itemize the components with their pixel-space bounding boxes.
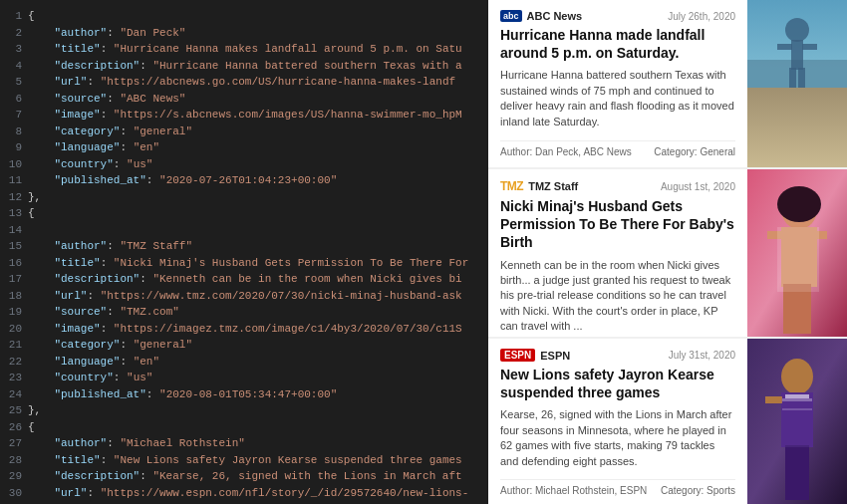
code-line: "country": "us" <box>28 156 488 173</box>
card-content: ESPNESPNJuly 31st, 2020New Lions safety … <box>488 339 747 504</box>
source-logo: abcABC News <box>500 10 582 22</box>
card-description: Kenneth can be in the room when Nicki gi… <box>500 258 735 335</box>
card-image <box>747 169 847 337</box>
source-name: ESPN <box>540 350 570 362</box>
source-logo: TMZTMZ Staff <box>500 179 578 193</box>
code-panel: 1234567891011121314151617181920212223242… <box>0 0 488 504</box>
card-title: Nicki Minaj's Husband Gets Permission To… <box>500 197 735 252</box>
line-number: 22 <box>0 354 22 371</box>
card-image-placeholder <box>747 339 847 504</box>
code-line <box>28 222 488 239</box>
card-content: TMZTMZ StaffAugust 1st, 2020Nicki Minaj'… <box>488 169 747 337</box>
svg-point-3 <box>785 18 809 42</box>
line-number: 20 <box>0 321 22 338</box>
line-number: 14 <box>0 222 22 239</box>
line-number: 30 <box>0 485 22 502</box>
line-number: 15 <box>0 238 22 255</box>
code-line: }, <box>28 189 488 206</box>
code-line: "url": "https://www.tmz.com/2020/07/30/n… <box>28 288 488 305</box>
line-number: 29 <box>0 468 22 485</box>
line-number: 3 <box>0 41 22 58</box>
card-category: Category: General <box>654 146 735 157</box>
line-number: 24 <box>0 386 22 403</box>
source-logo: ESPNESPN <box>500 349 570 362</box>
svg-rect-2 <box>747 88 847 167</box>
code-line: "source": "ABC News" <box>28 91 488 108</box>
svg-rect-30 <box>782 408 812 410</box>
line-number: 2 <box>0 25 22 42</box>
line-number: 21 <box>0 337 22 354</box>
svg-rect-24 <box>765 396 782 403</box>
line-number: 26 <box>0 419 22 436</box>
code-line: "language": "en" <box>28 354 488 371</box>
card-category: Category: Sports <box>661 485 735 496</box>
line-number: 12 <box>0 189 22 206</box>
svg-rect-6 <box>802 44 817 50</box>
line-number: 23 <box>0 370 22 386</box>
code-line: "description": "Hurricane Hanna battered… <box>28 58 488 75</box>
news-card: abcABC NewsJuly 26th, 2020Hurricane Hann… <box>488 0 847 167</box>
code-content: { "author": "Dan Peck" "title": "Hurrica… <box>28 0 488 504</box>
code-line: "source": "TMZ.com" <box>28 304 488 321</box>
svg-point-12 <box>777 186 821 222</box>
code-line: "description": "Kenneth can be in the ro… <box>28 271 488 288</box>
code-line: "url": "https://www.espn.com/nfl/story/_… <box>28 485 488 502</box>
card-image <box>747 339 847 504</box>
code-line: "url": "https://abcnews.go.com/US/hurric… <box>28 74 488 91</box>
code-line: "title": "New Lions safety Jayron Kearse… <box>28 452 488 469</box>
card-header: TMZTMZ StaffAugust 1st, 2020 <box>500 179 735 193</box>
line-number: 18 <box>0 288 22 305</box>
code-line: "description": "Kearse, 26, signed with … <box>28 468 488 485</box>
code-line: "title": "Nicki Minaj's Husband Gets Per… <box>28 255 488 272</box>
card-image-placeholder <box>747 0 847 167</box>
code-line: "published_at": "2020-07-26T01:04:23+00:… <box>28 172 488 189</box>
code-line: "author": "Dan Peck" <box>28 25 488 42</box>
source-logo-badge: TMZ <box>500 179 523 193</box>
source-logo-badge: abc <box>500 10 522 22</box>
line-number: 6 <box>0 91 22 108</box>
card-title: New Lions safety Jayron Kearse suspended… <box>500 366 735 401</box>
code-line: { <box>28 205 488 222</box>
code-line: "image": "https://s.abcnews.com/images/U… <box>28 107 488 124</box>
code-line: "image": "https://imagez.tmz.com/image/c… <box>28 321 488 338</box>
card-author: Author: Michael Rothstein, ESPN <box>500 485 647 496</box>
svg-rect-8 <box>798 68 805 88</box>
code-line: { <box>28 8 488 25</box>
line-number: 8 <box>0 124 22 140</box>
code-line: }, <box>28 402 488 419</box>
line-number: 10 <box>0 156 22 173</box>
card-header: ESPNESPNJuly 31st, 2020 <box>500 349 735 362</box>
code-line: "country": "us" <box>28 370 488 386</box>
line-number: 11 <box>0 172 22 189</box>
line-number: 5 <box>0 74 22 91</box>
line-number: 4 <box>0 58 22 75</box>
card-description: Kearse, 26, signed with the Lions in Mar… <box>500 407 735 473</box>
code-line: "published_at": "2020-08-01T05:34:47+00:… <box>28 386 488 403</box>
card-footer: Author: Michael Rothstein, ESPNCategory:… <box>500 479 735 496</box>
code-line: "category": "general" <box>28 337 488 354</box>
card-image <box>747 0 847 167</box>
code-line: "language": "en" <box>28 139 488 156</box>
line-number: 7 <box>0 107 22 124</box>
line-number: 27 <box>0 435 22 452</box>
line-number: 28 <box>0 452 22 469</box>
svg-point-21 <box>781 359 813 394</box>
code-line: "author": "Michael Rothstein" <box>28 435 488 452</box>
card-title: Hurricane Hanna made landfall around 5 p… <box>500 26 735 62</box>
code-line: { <box>28 419 488 436</box>
line-numbers: 1234567891011121314151617181920212223242… <box>0 0 28 504</box>
line-number: 17 <box>0 271 22 288</box>
svg-rect-18 <box>777 227 819 292</box>
card-date: July 26th, 2020 <box>668 11 735 22</box>
svg-rect-26 <box>785 445 797 500</box>
news-card: ESPNESPNJuly 31st, 2020New Lions safety … <box>488 339 847 504</box>
news-card: TMZTMZ StaffAugust 1st, 2020Nicki Minaj'… <box>488 169 847 337</box>
card-footer: Author: Dan Peck, ABC NewsCategory: Gene… <box>500 140 735 157</box>
source-name: ABC News <box>527 10 583 22</box>
card-date: July 31st, 2020 <box>669 350 735 361</box>
news-panel: abcABC NewsJuly 26th, 2020Hurricane Hann… <box>488 0 847 504</box>
line-number: 9 <box>0 139 22 156</box>
card-content: abcABC NewsJuly 26th, 2020Hurricane Hann… <box>488 0 747 167</box>
card-author: Author: Dan Peck, ABC News <box>500 146 632 157</box>
line-number: 16 <box>0 255 22 272</box>
